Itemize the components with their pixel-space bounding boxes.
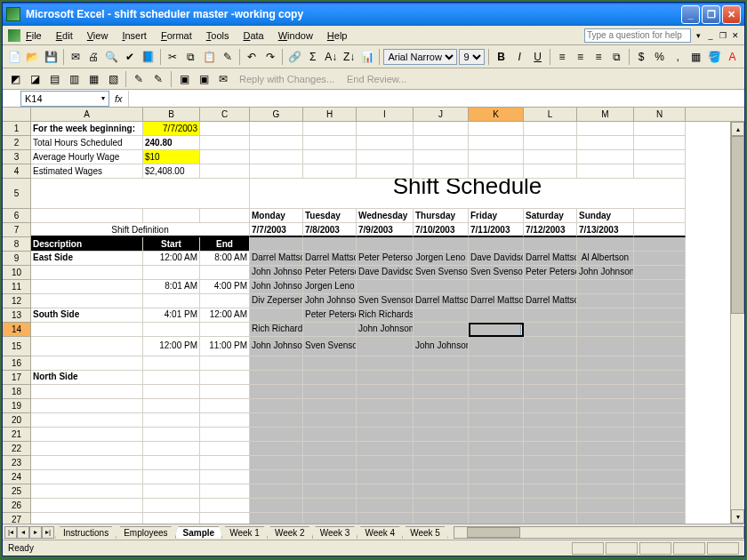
end-cell[interactable] — [200, 484, 250, 499]
schedule-cell[interactable]: Rich Richardson — [250, 323, 303, 337]
fx-icon[interactable]: fx — [115, 93, 123, 104]
cell[interactable] — [200, 122, 250, 136]
sort-desc-button[interactable]: Z↓ — [341, 48, 357, 66]
col-header-J[interactable]: J — [414, 108, 469, 121]
cell[interactable] — [634, 513, 686, 524]
schedule-cell[interactable]: John Johnson — [250, 280, 303, 294]
spell-button[interactable]: ✔ — [122, 48, 139, 66]
schedule-cell[interactable] — [469, 308, 524, 323]
col-header-H[interactable]: H — [303, 108, 357, 121]
research-button[interactable]: 📘 — [141, 48, 157, 66]
cell[interactable] — [250, 237, 303, 252]
desc-cell[interactable] — [31, 470, 143, 484]
schedule-cell[interactable] — [577, 513, 634, 524]
select-all-corner[interactable] — [3, 108, 31, 121]
cell[interactable] — [634, 470, 686, 484]
schedule-cell[interactable]: John Johnson — [357, 323, 414, 337]
start-cell[interactable] — [143, 413, 200, 428]
schedule-cell[interactable] — [414, 428, 469, 442]
schedule-cell[interactable] — [303, 442, 357, 456]
desc-cell[interactable] — [31, 399, 143, 413]
schedule-cell[interactable]: John Johnson — [577, 266, 634, 280]
schedule-cell[interactable] — [303, 371, 357, 385]
menu-help[interactable]: Help — [320, 28, 355, 43]
desc-cell[interactable] — [31, 280, 143, 294]
menu-edit[interactable]: Edit — [49, 28, 80, 43]
cell[interactable] — [634, 136, 686, 150]
cell[interactable] — [634, 337, 686, 356]
tab-prev-button[interactable]: ◂ — [17, 526, 29, 539]
desc-cell[interactable] — [31, 385, 143, 399]
schedule-cell[interactable]: Sven Svenson — [469, 266, 524, 280]
col-header-A[interactable]: A — [31, 108, 143, 121]
cell[interactable] — [634, 442, 686, 456]
cell[interactable] — [634, 164, 686, 179]
end-cell[interactable]: 4:00 PM — [200, 280, 250, 294]
cell[interactable] — [357, 164, 414, 179]
new-button[interactable]: 📄 — [6, 48, 23, 66]
workbook-icon[interactable] — [8, 29, 20, 42]
schedule-cell[interactable]: Sven Svenson — [414, 266, 469, 280]
schedule-cell[interactable] — [577, 371, 634, 385]
week-date[interactable]: 7/7/2003 — [143, 122, 200, 136]
schedule-cell[interactable] — [577, 399, 634, 413]
schedule-cell[interactable] — [469, 413, 524, 428]
format-painter-button[interactable]: ✎ — [220, 48, 237, 66]
row-header-5[interactable]: 5 — [3, 179, 31, 209]
sheet-tab-employees[interactable]: Employees — [116, 526, 175, 539]
cell[interactable] — [469, 122, 524, 136]
cell[interactable] — [357, 237, 414, 252]
maximize-button[interactable]: ❐ — [702, 5, 720, 24]
schedule-cell[interactable] — [577, 499, 634, 513]
schedule-cell[interactable] — [524, 413, 577, 428]
schedule-cell[interactable]: Dave Davidson — [469, 252, 524, 266]
schedule-cell[interactable] — [469, 399, 524, 413]
hyperlink-button[interactable]: 🔗 — [286, 48, 303, 66]
cell[interactable] — [31, 179, 250, 209]
cell[interactable] — [577, 136, 634, 150]
schedule-cell[interactable] — [414, 499, 469, 513]
row-header-11[interactable]: 11 — [3, 280, 31, 294]
cell[interactable] — [469, 136, 524, 150]
sheet-tab-week-1[interactable]: Week 1 — [221, 526, 268, 539]
save-button[interactable]: 💾 — [43, 48, 60, 66]
cell[interactable] — [634, 385, 686, 399]
end-cell[interactable] — [200, 371, 250, 385]
cell[interactable] — [524, 122, 577, 136]
schedule-cell[interactable] — [414, 513, 469, 524]
end-cell[interactable] — [200, 442, 250, 456]
desc-cell[interactable] — [31, 456, 143, 470]
schedule-cell[interactable]: Peter Peterson — [357, 252, 414, 266]
end-cell[interactable] — [200, 470, 250, 484]
cell[interactable] — [634, 294, 686, 308]
cell[interactable] — [250, 136, 303, 150]
schedule-cell[interactable] — [524, 428, 577, 442]
schedule-cell[interactable] — [469, 470, 524, 484]
comma-button[interactable]: , — [670, 48, 687, 66]
schedule-cell[interactable] — [357, 371, 414, 385]
end-cell[interactable] — [200, 385, 250, 399]
cell[interactable] — [303, 136, 357, 150]
cell[interactable] — [524, 150, 577, 164]
cell[interactable] — [357, 122, 414, 136]
schedule-cell[interactable] — [250, 456, 303, 470]
align-right-button[interactable]: ≡ — [590, 48, 607, 66]
schedule-cell[interactable] — [303, 456, 357, 470]
row-header-8[interactable]: 8 — [3, 237, 31, 252]
hscroll-thumb[interactable] — [467, 527, 520, 538]
cell[interactable] — [524, 164, 577, 179]
schedule-cell[interactable] — [524, 499, 577, 513]
start-cell[interactable] — [143, 456, 200, 470]
schedule-cell[interactable] — [577, 413, 634, 428]
date-4[interactable]: 7/11/2003 — [469, 223, 524, 237]
schedule-cell[interactable] — [357, 356, 414, 371]
rev-btn-5[interactable]: ▦ — [84, 70, 102, 88]
sheet-tab-week-5[interactable]: Week 5 — [402, 526, 448, 539]
schedule-cell[interactable] — [357, 499, 414, 513]
cell[interactable] — [250, 164, 303, 179]
schedule-cell[interactable] — [577, 356, 634, 371]
schedule-cell[interactable] — [250, 356, 303, 371]
schedule-cell[interactable]: Darrel Mattson — [469, 294, 524, 308]
schedule-cell[interactable] — [577, 337, 634, 356]
menu-window[interactable]: Window — [271, 28, 320, 43]
